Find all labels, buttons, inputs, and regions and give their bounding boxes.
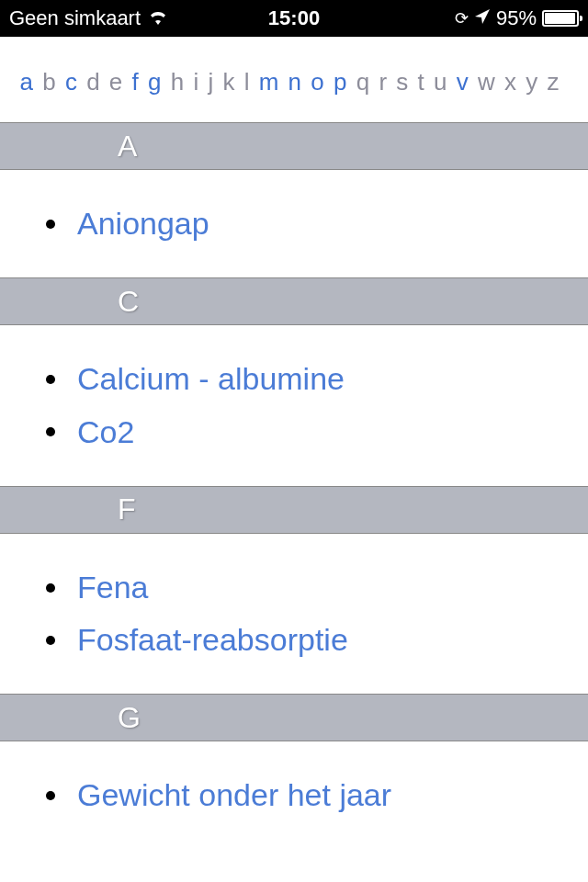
bullet-icon bbox=[46, 636, 55, 645]
location-icon bbox=[474, 8, 491, 29]
alpha-letter-b: b bbox=[41, 68, 57, 96]
status-time: 15:00 bbox=[268, 6, 320, 30]
section-items-c: Calcium - albumineCo2 bbox=[0, 325, 588, 486]
alpha-letter-j: j bbox=[207, 68, 215, 96]
alpha-letter-k: k bbox=[221, 68, 236, 96]
alpha-letter-w: w bbox=[476, 68, 496, 96]
index-list: AAniongapCCalcium - albumineCo2FFenaFosf… bbox=[0, 122, 588, 850]
item-link[interactable]: Gewicht onder het jaar bbox=[77, 773, 391, 818]
alpha-letter-c[interactable]: c bbox=[63, 68, 78, 96]
item-link[interactable]: Aniongap bbox=[77, 201, 209, 246]
alpha-letter-y: y bbox=[525, 68, 539, 96]
alpha-letter-u: u bbox=[433, 68, 448, 96]
section-items-f: FenaFosfaat-reabsorptie bbox=[0, 534, 588, 695]
alpha-letter-a[interactable]: a bbox=[18, 68, 34, 96]
alpha-letter-h: h bbox=[169, 68, 185, 96]
section-header-g: G bbox=[0, 694, 588, 741]
item-link[interactable]: Co2 bbox=[77, 410, 134, 455]
list-item[interactable]: Co2 bbox=[46, 406, 588, 458]
alpha-letter-g[interactable]: g bbox=[147, 68, 163, 96]
item-link[interactable]: Fena bbox=[77, 565, 149, 610]
bullet-icon bbox=[46, 375, 55, 384]
alpha-letter-s: s bbox=[395, 68, 410, 96]
alpha-letter-l: l bbox=[243, 68, 251, 96]
alpha-letter-q: q bbox=[355, 68, 370, 96]
section-header-c: C bbox=[0, 277, 588, 325]
alpha-letter-n[interactable]: n bbox=[287, 68, 302, 96]
alphabet-index: a b c d e f g h i j k l m n o p q r s t … bbox=[0, 37, 588, 122]
bullet-icon bbox=[46, 583, 55, 593]
alpha-letter-f[interactable]: f bbox=[130, 68, 140, 96]
bullet-icon bbox=[46, 791, 55, 800]
section-header-a: A bbox=[0, 122, 588, 170]
status-bar: Geen simkaart 15:00 ⟳ 95% bbox=[0, 0, 588, 37]
alpha-letter-i: i bbox=[192, 68, 200, 96]
item-link[interactable]: Calcium - albumine bbox=[77, 356, 345, 401]
battery-icon bbox=[542, 10, 579, 27]
orientation-lock-icon: ⟳ bbox=[455, 8, 469, 28]
alpha-letter-e: e bbox=[107, 68, 123, 96]
list-item[interactable]: Fena bbox=[46, 561, 588, 614]
alpha-letter-v[interactable]: v bbox=[455, 68, 469, 96]
wifi-icon bbox=[148, 6, 168, 30]
alpha-letter-p[interactable]: p bbox=[333, 68, 348, 96]
alpha-letter-x: x bbox=[503, 68, 517, 96]
list-item[interactable]: Calcium - albumine bbox=[46, 353, 588, 405]
status-left: Geen simkaart bbox=[9, 6, 168, 30]
list-item[interactable]: Aniongap bbox=[46, 198, 588, 250]
alpha-letter-m[interactable]: m bbox=[257, 68, 280, 96]
alpha-letter-z: z bbox=[546, 68, 560, 96]
carrier-text: Geen simkaart bbox=[9, 6, 141, 30]
section-header-f: F bbox=[0, 486, 588, 534]
alpha-letter-r: r bbox=[378, 68, 389, 96]
section-items-a: Aniongap bbox=[0, 170, 588, 277]
alpha-letter-d: d bbox=[85, 68, 101, 96]
status-right: ⟳ 95% bbox=[455, 6, 579, 30]
item-link[interactable]: Fosfaat-reabsorptie bbox=[77, 617, 348, 662]
battery-text: 95% bbox=[496, 6, 537, 30]
section-items-g: Gewicht onder het jaar bbox=[0, 741, 588, 849]
bullet-icon bbox=[46, 427, 55, 436]
alpha-letter-t: t bbox=[416, 68, 425, 96]
list-item[interactable]: Fosfaat-reabsorptie bbox=[46, 614, 588, 666]
alpha-letter-o[interactable]: o bbox=[310, 68, 325, 96]
bullet-icon bbox=[46, 220, 55, 229]
list-item[interactable]: Gewicht onder het jaar bbox=[46, 769, 588, 821]
